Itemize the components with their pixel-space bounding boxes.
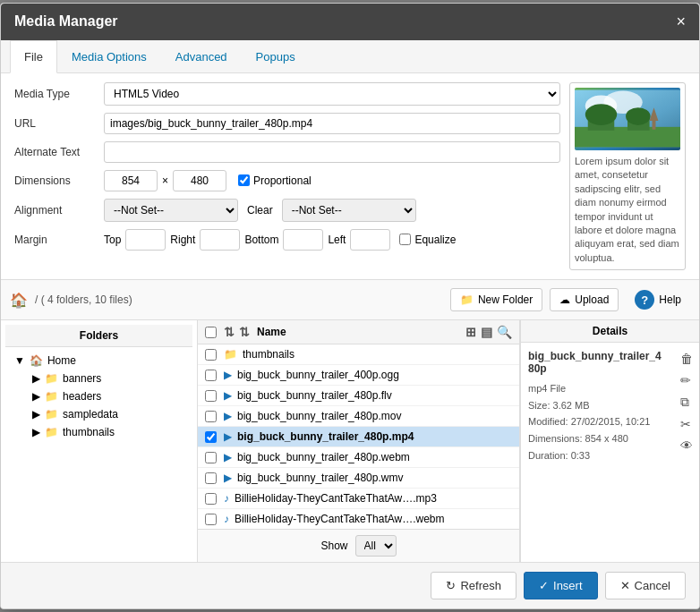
help-circle-icon: ? [635,290,654,310]
width-input[interactable] [104,170,158,191]
refresh-button[interactable]: ↻ Refresh [431,572,516,599]
folder-tree: ▼ 🏠 Home ▶ 📁 banners ▶ 📁 headers [5,347,192,446]
tree-item-banners[interactable]: ▶ 📁 banners [28,370,188,387]
alignment-select[interactable]: --Not Set-- [104,199,238,222]
show-label: Show [320,540,347,552]
video-file-icon: ▶ [224,369,232,381]
help-button[interactable]: ? Help [626,285,690,314]
file-row-selected[interactable]: ▶ big_buck_bunny_trailer_480p.mp4 [198,427,519,447]
margin-row: Margin Top Right Bottom Left Equalize [14,229,560,251]
expand-icon: ▶ [32,408,40,421]
details-dimensions: Dimensions: 854 x 480 [528,430,667,447]
file-row[interactable]: ♪ BillieHoliday-TheyCantTakeThatAw….mp3 [198,489,519,509]
file-name: big_buck_bunny_trailer_480p.flv [237,389,392,402]
file-row[interactable]: ▶ big_buck_bunny_trailer_480p.wmv [198,468,519,489]
file-checkbox[interactable] [205,514,217,525]
new-folder-label: New Folder [478,293,533,306]
close-button[interactable]: × [676,13,686,31]
edit-icon[interactable]: ✏ [679,371,695,389]
margin-right-label: Right [170,234,195,246]
file-row[interactable]: ▶ big_buck_bunny_trailer_480p.flv [198,386,519,406]
media-type-select[interactable]: HTML5 Video [104,82,560,106]
view-icon[interactable]: 👁 [679,437,695,455]
file-checkbox[interactable] [205,411,217,422]
show-select[interactable]: All [355,535,397,557]
media-type-row: Media Type HTML5 Video [14,82,560,106]
file-checkbox[interactable] [205,370,217,381]
breadcrumb: / ( 4 folders, 10 files) [35,293,132,306]
equalize-checkbox[interactable] [399,234,411,245]
copy-icon[interactable]: ⧉ [679,393,695,412]
tree-item-sampledata[interactable]: ▶ 📁 sampledata [28,405,188,423]
dialog-footer: ↻ Refresh ✓ Insert ✕ Cancel [1,562,699,608]
search-icon[interactable]: 🔍 [497,325,512,339]
margin-right-input[interactable] [200,229,240,251]
margin-label: Margin [14,234,104,246]
list-view-icon[interactable]: ▤ [481,325,492,339]
insert-button[interactable]: ✓ Insert [524,572,598,599]
file-name: big_buck_bunny_trailer_480p.wmv [237,472,403,484]
home-label: Home [47,354,76,367]
tab-bar: File Media Options Advanced Popups [1,40,699,73]
alt-text-input[interactable] [104,141,560,163]
tree-item-headers[interactable]: ▶ 📁 headers [28,387,188,405]
margin-bottom-input[interactable] [283,229,323,251]
file-row[interactable]: ♪ BillieHoliday-TheyCantTakeThatAw….webm [198,509,519,529]
sort-az-icon[interactable]: ⇅ [239,325,250,339]
file-row[interactable]: ▶ big_buck_bunny_trailer_400p.ogg [198,365,519,386]
grid-view-icon[interactable]: ⊞ [465,325,476,339]
url-input[interactable] [104,113,560,134]
preview-svg [575,89,680,148]
home-folder-icon: 🏠 [30,354,43,367]
tab-file[interactable]: File [10,40,57,73]
show-bar: Show All [198,529,519,562]
dimensions-label: Dimensions [14,174,104,187]
file-checkbox[interactable] [205,349,217,361]
file-row[interactable]: ▶ big_buck_bunny_trailer_480p.mov [198,406,519,427]
file-checkbox[interactable] [205,493,217,505]
file-name: big_buck_bunny_trailer_480p.webm [237,451,410,463]
height-input[interactable] [173,170,226,191]
video-file-icon: ▶ [224,451,232,463]
tab-advanced[interactable]: Advanced [161,40,242,73]
select-all-checkbox[interactable] [205,327,217,338]
details-panel: Details big_buck_bunny_trailer_480p mp4 … [520,320,699,562]
file-checkbox[interactable] [205,390,217,402]
clear-label: Clear [247,204,273,217]
tab-popups[interactable]: Popups [242,40,310,73]
folders-header: Folders [5,325,192,347]
file-row[interactable]: ▶ big_buck_bunny_trailer_480p.webm [198,447,519,468]
clear-select[interactable]: --Not Set-- [282,199,416,222]
new-folder-button[interactable]: 📁 New Folder [450,288,542,311]
file-row[interactable]: 📁 thumbnails [198,344,519,365]
expand-icon: ▼ [14,354,25,367]
url-row: URL [14,113,560,134]
tree-item-home[interactable]: ▼ 🏠 Home [10,352,188,370]
proportional-checkbox[interactable] [238,174,250,186]
alignment-label: Alignment [14,204,104,217]
tree-item-thumbnails[interactable]: ▶ 📁 thumbnails [28,423,188,441]
tab-media-options[interactable]: Media Options [57,40,161,73]
details-meta: mp4 File Size: 3.62 MB Modified: 27/02/2… [528,380,667,463]
alt-text-row: Alternate Text [14,141,560,163]
margin-top-input[interactable] [125,229,166,251]
file-checkbox[interactable] [205,472,217,484]
equalize-check: Equalize [399,234,456,246]
file-name: BillieHoliday-TheyCantTakeThatAw….mp3 [235,492,437,505]
file-checkbox[interactable] [205,452,217,463]
file-checkbox[interactable] [205,431,217,443]
audio-file-icon: ♪ [224,513,229,525]
margin-left-input[interactable] [350,229,390,251]
home-icon[interactable]: 🏠 [10,292,28,309]
upload-button[interactable]: ☁ Upload [550,288,619,311]
margin-top-label: Top [104,234,121,246]
sort-icon[interactable]: ⇅ [224,325,235,339]
file-name: BillieHoliday-TheyCantTakeThatAw….webm [235,513,445,525]
dialog-header: Media Manager × [1,4,699,40]
file-name: big_buck_bunny_trailer_480p.mov [237,410,401,422]
margin-left-label: Left [328,234,346,246]
delete-icon[interactable]: 🗑 [679,350,695,368]
alt-text-label: Alternate Text [14,146,104,158]
cut-icon[interactable]: ✂ [679,415,695,433]
cancel-button[interactable]: ✕ Cancel [605,572,686,599]
